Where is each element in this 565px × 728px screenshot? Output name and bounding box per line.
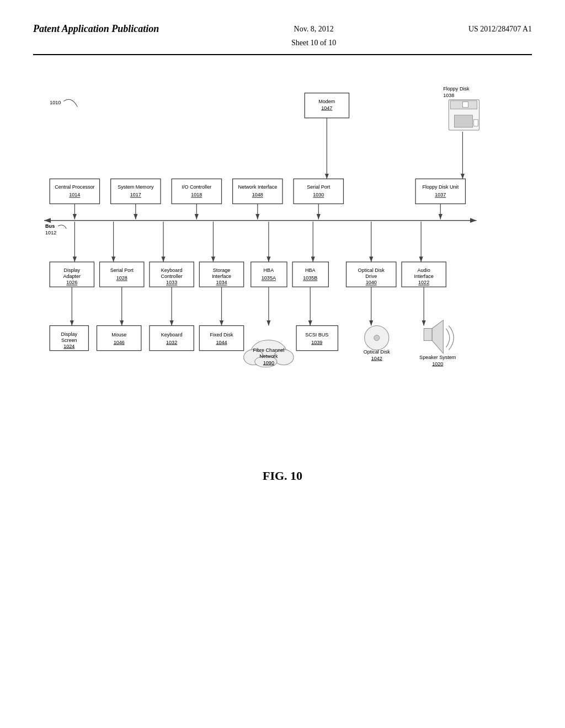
display-screen-label2: Screen bbox=[61, 338, 77, 343]
network-interface-number: 1048 bbox=[252, 192, 263, 198]
io-controller-box bbox=[172, 179, 221, 204]
keyboard-controller-number: 1033 bbox=[166, 280, 177, 286]
audio-interface-number: 1022 bbox=[418, 280, 429, 286]
floppy-disk-unit-box bbox=[415, 179, 465, 204]
network-interface-label: Network Interface bbox=[238, 185, 277, 190]
hba-a-box bbox=[251, 262, 287, 287]
keyboard-controller-label: Keyboard bbox=[161, 267, 183, 273]
system-memory-number: 1017 bbox=[130, 192, 141, 198]
publication-date: Nov. 8, 2012 bbox=[294, 25, 334, 33]
serial-port-top-box bbox=[294, 179, 343, 204]
fibre-channel-number: 1090 bbox=[263, 360, 274, 366]
page: Patent Application Publication Nov. 8, 2… bbox=[0, 0, 565, 728]
system-memory-label: System Memory bbox=[118, 185, 154, 190]
display-adapter-label2: Adapter bbox=[63, 274, 81, 279]
audio-interface-label: Audio bbox=[418, 267, 430, 273]
display-screen-label: Display bbox=[61, 331, 77, 337]
hba-a-label: HBA bbox=[264, 267, 274, 273]
sheet-info: Sheet 10 of 10 bbox=[291, 39, 336, 47]
fixed-disk-label: Fixed Disk bbox=[210, 332, 233, 338]
keyboard-controller-label2: Controller bbox=[161, 274, 183, 279]
system-memory-box bbox=[111, 179, 161, 204]
floppy-disk-unit-label: Floppy Disk Unit bbox=[422, 185, 459, 190]
audio-interface-label2: Interface bbox=[414, 274, 434, 279]
serial-port-mid-number: 1028 bbox=[116, 275, 127, 281]
speaker-system-label: Speaker System bbox=[419, 355, 456, 360]
publication-title: Patent Application Publication bbox=[33, 22, 159, 36]
hba-b-label: HBA bbox=[305, 267, 316, 273]
serial-port-top-number: 1030 bbox=[313, 192, 324, 198]
svg-point-12 bbox=[374, 335, 380, 341]
keyboard-box bbox=[150, 326, 194, 351]
hba-b-number: 1035B bbox=[303, 275, 317, 281]
io-controller-label: I/O Controller bbox=[182, 185, 211, 190]
serial-port-mid-box bbox=[100, 262, 144, 287]
central-processor-number: 1014 bbox=[69, 192, 80, 198]
scsi-bus-number: 1039 bbox=[311, 340, 322, 345]
optical-disk-label: Optical Disk bbox=[364, 349, 391, 355]
fixed-disk-box bbox=[199, 326, 243, 351]
mouse-label: Mouse bbox=[111, 332, 126, 338]
speaker-system-number: 1020 bbox=[432, 361, 443, 367]
svg-marker-14 bbox=[432, 320, 443, 354]
optical-disk-drive-number: 1040 bbox=[366, 280, 377, 286]
mouse-number: 1046 bbox=[114, 340, 125, 345]
keyboard-label: Keyboard bbox=[161, 332, 183, 338]
svg-rect-5 bbox=[462, 102, 468, 108]
diagram-area: 1010 Modem 1047 Floppy Disk 1038 Centra bbox=[33, 72, 532, 458]
page-header: Patent Application Publication Nov. 8, 2… bbox=[33, 22, 532, 55]
hba-b-box bbox=[292, 262, 328, 287]
keyboard-number: 1032 bbox=[166, 340, 177, 345]
display-adapter-number: 1026 bbox=[66, 280, 77, 286]
system-label: 1010 bbox=[50, 100, 61, 105]
optical-disk-number: 1042 bbox=[371, 356, 382, 361]
display-screen-number: 1024 bbox=[63, 344, 74, 349]
serial-port-mid-label: Serial Port bbox=[110, 267, 134, 273]
optical-disk-drive-label: Optical Disk bbox=[358, 267, 385, 273]
display-adapter-label: Display bbox=[63, 267, 80, 273]
io-controller-number: 1018 bbox=[191, 192, 202, 198]
bus-number: 1012 bbox=[45, 230, 56, 235]
central-processor-box bbox=[50, 179, 99, 204]
header-middle: Nov. 8, 2012 Sheet 10 of 10 bbox=[291, 22, 336, 50]
storage-interface-number: 1034 bbox=[216, 280, 227, 286]
storage-interface-label: Storage bbox=[213, 267, 231, 273]
fibre-channel-label2: Network bbox=[259, 354, 278, 359]
floppy-disk-unit-number: 1037 bbox=[435, 192, 446, 198]
svg-rect-13 bbox=[424, 329, 432, 341]
svg-rect-6 bbox=[454, 115, 472, 127]
fig-label: FIG. 10 bbox=[33, 469, 532, 483]
floppy-disk-number: 1038 bbox=[443, 93, 454, 98]
central-processor-label: Central Processor bbox=[55, 185, 94, 190]
serial-port-top-label: Serial Port bbox=[307, 185, 331, 190]
diagram-svg: 1010 Modem 1047 Floppy Disk 1038 Centra bbox=[33, 72, 532, 458]
mouse-box bbox=[97, 326, 141, 351]
storage-interface-label2: Interface bbox=[212, 274, 231, 279]
floppy-disk-label: Floppy Disk bbox=[443, 86, 470, 92]
hba-a-number: 1035A bbox=[262, 275, 276, 281]
optical-disk-drive-label2: Drive bbox=[365, 274, 377, 279]
fixed-disk-number: 1044 bbox=[216, 340, 227, 345]
scsi-bus-box bbox=[296, 326, 338, 351]
svg-rect-7 bbox=[474, 120, 478, 126]
modem-number: 1047 bbox=[321, 105, 332, 111]
bus-label-text: Bus bbox=[45, 223, 55, 229]
modem-label: Modem bbox=[318, 99, 335, 104]
fibre-channel-label: Fibre Channel bbox=[253, 347, 285, 353]
network-interface-box bbox=[233, 179, 282, 204]
patent-number: US 2012/284707 A1 bbox=[468, 22, 532, 36]
scsi-bus-label: SCSI BUS bbox=[305, 332, 328, 338]
